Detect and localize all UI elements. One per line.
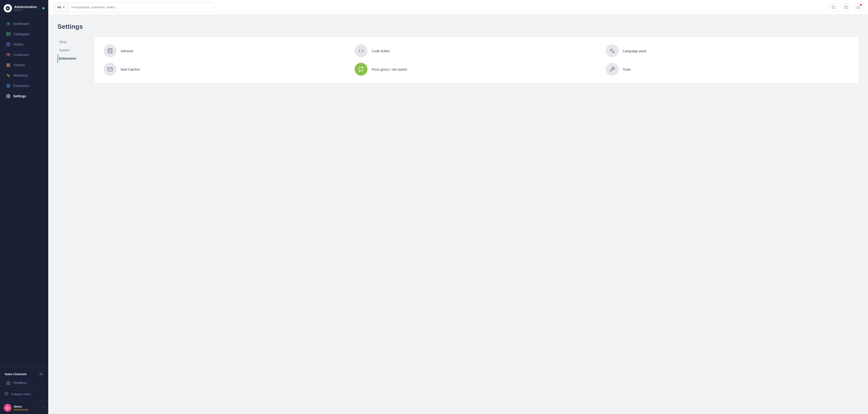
settings-label: Settings <box>13 94 26 98</box>
sidebar-item-catalogues[interactable]: Catalogues <box>1 29 47 39</box>
svg-point-16 <box>832 6 835 8</box>
extension-language-pack[interactable]: Language pack <box>606 45 849 57</box>
sales-channels-header: Sales Channels <box>0 369 48 379</box>
notifications-button[interactable] <box>854 3 863 11</box>
svg-rect-10 <box>7 65 10 65</box>
content-icon <box>6 63 10 67</box>
sidebar-item-dashboard[interactable]: Dashboard <box>1 19 47 29</box>
svg-rect-5 <box>9 34 10 36</box>
topbar-icons <box>829 3 863 11</box>
app-logo <box>4 4 12 12</box>
svg-rect-3 <box>9 32 10 34</box>
svg-line-17 <box>834 8 835 9</box>
sidebar-divider <box>0 367 48 367</box>
search-button[interactable] <box>829 3 838 11</box>
sidebar-item-content[interactable]: Content <box>1 60 47 70</box>
content-area: Settings Shop System Extensions <box>48 15 868 414</box>
settings-nav-system[interactable]: System <box>58 46 94 54</box>
sidebar-item-extensions[interactable]: Extensions <box>1 81 47 91</box>
orders-icon <box>6 42 10 47</box>
code-editor-label: Code Editor <box>372 49 390 53</box>
sidebar-item-orders[interactable]: Orders <box>1 39 47 50</box>
svg-rect-2 <box>7 32 8 34</box>
settings-icon <box>6 94 10 98</box>
extensions-label: Extensions <box>13 84 29 88</box>
sidebar-item-headless[interactable]: Headless <box>1 379 47 386</box>
tools-label: Tools <box>623 67 631 71</box>
orders-label: Orders <box>13 42 23 46</box>
price-switch-label: Price gross / net switch <box>372 67 407 71</box>
extension-code-editor[interactable]: Code Editor <box>354 45 598 57</box>
dashboard-icon <box>6 21 10 26</box>
main: All <box>48 0 868 414</box>
settings-content: Adminer Code Editor <box>94 37 859 83</box>
svg-rect-4 <box>7 34 8 36</box>
settings-layout: Shop System Extensions <box>58 37 859 83</box>
svg-rect-9 <box>7 63 10 64</box>
sidebar-header: Administration 6.5.2.1 <box>0 0 48 17</box>
mail-catcher-label: Mail Catcher <box>121 67 140 71</box>
search-filter-label: All <box>57 5 61 9</box>
tools-icon <box>606 63 619 76</box>
svg-point-7 <box>7 53 8 55</box>
svg-point-8 <box>9 54 10 55</box>
app-name: Administration <box>14 5 37 9</box>
customers-icon <box>6 53 10 57</box>
svg-point-15 <box>5 392 8 395</box>
sidebar-bottom: Collapse menu <box>0 387 48 401</box>
headless-icon <box>6 380 10 385</box>
user-info: demo Administrator <box>14 405 29 411</box>
user-name: demo <box>14 405 29 408</box>
svg-point-20 <box>108 49 112 50</box>
catalogues-label: Catalogues <box>13 32 30 36</box>
dashboard-label: Dashboard <box>13 22 29 26</box>
settings-nav-extensions[interactable]: Extensions <box>58 54 94 63</box>
extension-tools[interactable]: Tools <box>606 63 849 76</box>
avatar: D <box>4 404 11 412</box>
sidebar-item-settings[interactable]: Settings <box>1 91 47 101</box>
collapse-menu-label: Collapse menu <box>11 392 31 396</box>
extension-adminer[interactable]: Adminer <box>104 45 347 57</box>
svg-point-1 <box>8 23 9 24</box>
app-title-block: Administration 6.5.2.1 <box>14 5 37 11</box>
app-version: 6.5.2.1 <box>14 9 37 11</box>
headless-label: Headless <box>13 381 27 385</box>
price-switch-icon <box>354 63 368 76</box>
adminer-icon <box>104 45 117 57</box>
content-label: Content <box>13 63 25 67</box>
settings-sidebar: Shop System Extensions <box>58 37 94 83</box>
collapse-icon <box>5 392 8 396</box>
mail-catcher-icon <box>104 63 117 76</box>
svg-rect-11 <box>7 66 10 67</box>
extension-price-switch[interactable]: Price gross / net switch <box>354 63 598 76</box>
add-sales-channel-button[interactable] <box>39 372 44 377</box>
status-dot <box>42 7 44 9</box>
marketing-icon <box>6 73 10 78</box>
sales-channels-label: Sales Channels <box>5 373 27 376</box>
user-row[interactable]: D demo Administrator ⌃ <box>0 401 48 414</box>
search-filter-button[interactable]: All <box>54 3 68 12</box>
collapse-menu-button[interactable]: Collapse menu <box>0 390 48 398</box>
svg-point-12 <box>8 96 9 97</box>
extensions-icon <box>6 84 10 88</box>
sidebar-item-customers[interactable]: Customers <box>1 50 47 60</box>
sidebar-item-marketing[interactable]: Marketing <box>1 70 47 81</box>
language-pack-label: Language pack <box>623 49 647 53</box>
page-title: Settings <box>58 23 859 30</box>
extension-mail-catcher[interactable]: Mail Catcher <box>104 63 347 76</box>
user-role: Administrator <box>14 408 29 411</box>
extensions-grid: Adminer Code Editor <box>104 45 849 76</box>
search-input[interactable] <box>68 3 214 12</box>
notification-dot <box>860 4 862 6</box>
topbar: All <box>48 0 868 15</box>
help-button[interactable] <box>842 3 850 11</box>
catalogues-icon <box>6 32 10 36</box>
settings-nav-shop[interactable]: Shop <box>58 38 94 46</box>
sidebar-nav: Dashboard Catalogues Orders <box>0 17 48 365</box>
sidebar: Administration 6.5.2.1 Dashboard Catalog… <box>0 0 48 414</box>
code-editor-icon <box>354 45 368 57</box>
user-chevron-icon: ⌃ <box>42 406 44 410</box>
adminer-label: Adminer <box>121 49 133 53</box>
language-pack-icon <box>606 45 619 57</box>
marketing-label: Marketing <box>13 73 27 77</box>
